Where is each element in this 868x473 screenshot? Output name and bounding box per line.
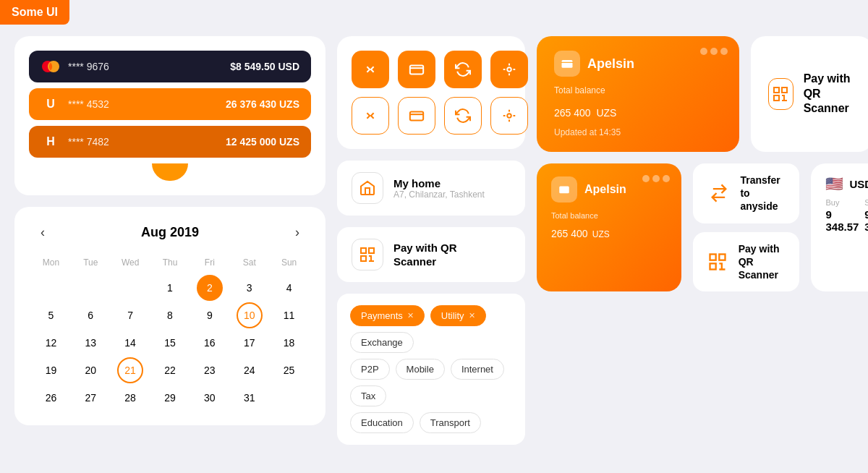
usd-sell-val: 9 348.57 (864, 208, 868, 233)
cal-day-29[interactable]: 29 (157, 385, 183, 411)
cal-day-6[interactable]: 6 (77, 302, 103, 328)
apelsin-card-bottom: Apelsin Total balance 265 400 UZS (537, 163, 681, 291)
svg-rect-15 (720, 254, 726, 260)
cal-day-23[interactable]: 23 (197, 357, 223, 383)
action-grid (352, 51, 511, 135)
cal-day-11[interactable]: 11 (276, 302, 302, 328)
qr-icon-mid (352, 239, 383, 270)
pay-qr-icon-right (768, 78, 793, 110)
cal-day-1[interactable]: 1 (157, 275, 183, 301)
refresh-btn-outline[interactable] (444, 97, 482, 135)
usd-flag-bottom: 🇺🇸 (825, 175, 843, 192)
cal-day-3[interactable]: 3 (237, 275, 263, 301)
cal-day-24[interactable]: 24 (237, 357, 263, 383)
cal-day-18[interactable]: 18 (276, 330, 302, 356)
cal-day-10[interactable]: 10 (237, 302, 263, 328)
balance-amount-bottom: 265 400 UZS (551, 223, 667, 242)
cal-day-14[interactable]: 14 (117, 330, 143, 356)
cal-day-15[interactable]: 15 (157, 330, 183, 356)
apelsin-icon-top (554, 51, 580, 77)
cal-day-12[interactable]: 12 (38, 330, 64, 356)
left-panel: **** 9676 $8 549.50 USD U **** 4532 26 3… (14, 36, 326, 445)
qr-pay-card-mid[interactable]: Pay with QRScanner (337, 227, 525, 282)
cal-day-5[interactable]: 5 (38, 302, 64, 328)
cal-day-8[interactable]: 8 (157, 302, 183, 328)
cal-day-16[interactable]: 16 (197, 330, 223, 356)
exchange-btn-filled[interactable] (490, 51, 528, 88)
tag-mobile-label: Mobile (407, 364, 434, 375)
calendar-next-button[interactable]: › (286, 221, 308, 243)
svg-rect-13 (559, 187, 569, 194)
balance-label-top: Total balance (554, 85, 722, 95)
qr-bottom-card[interactable]: Pay with QRScanner (693, 232, 799, 292)
usd-sell-item: Sell 9 348.57 (864, 198, 868, 233)
tag-utility-remove[interactable]: ✕ (469, 311, 475, 320)
svg-rect-12 (774, 95, 779, 101)
cal-day-30[interactable]: 30 (197, 385, 223, 411)
right-top-row: Apelsin Total balance 265 400 UZS Update… (537, 36, 868, 152)
svg-rect-9 (562, 60, 573, 68)
transfer-btn-filled[interactable] (352, 51, 389, 88)
tag-mobile[interactable]: Mobile (396, 359, 445, 380)
tag-p2p[interactable]: P2P (350, 359, 390, 380)
cal-day-21[interactable]: 21 (117, 357, 143, 383)
cal-header-thu: Thu (151, 255, 190, 273)
tag-exchange[interactable]: Exchange (350, 332, 414, 353)
middle-panel: My home A7, Chilanzar, Tashkent Pay with… (337, 36, 525, 445)
filter-tags-widget: Payments ✕ Utility ✕ Exchange P2P Mobile (337, 294, 525, 445)
transfer-btn-outline[interactable] (352, 97, 389, 135)
my-home-card[interactable]: My home A7, Chilanzar, Tashkent (337, 161, 525, 216)
home-icon (352, 172, 383, 204)
mastercard-logo (41, 59, 61, 74)
cal-day-9[interactable]: 9 (197, 302, 223, 328)
usd-buy-sell: Buy 9 348.57 Sell 9 348.57 (825, 198, 868, 233)
card-item-uzcard[interactable]: U **** 4532 26 376 430 UZS (29, 88, 311, 120)
tag-p2p-label: P2P (361, 364, 379, 375)
cal-day-13[interactable]: 13 (77, 330, 103, 356)
refresh-btn-filled[interactable] (444, 51, 482, 88)
cal-day-7[interactable]: 7 (117, 302, 143, 328)
humo-logo: H (41, 135, 61, 149)
qr-bottom-label: Pay with QRScanner (739, 242, 787, 282)
svg-rect-11 (782, 88, 787, 93)
cal-day-22[interactable]: 22 (157, 357, 183, 383)
cards-widget: **** 9676 $8 549.50 USD U **** 4532 26 3… (14, 36, 326, 195)
filter-row-2: P2P Mobile Internet Tax (350, 359, 512, 406)
cal-day-4[interactable]: 4 (276, 275, 302, 301)
updated-label-top: Updated at 14:35 (554, 127, 722, 137)
exchange-btn-outline[interactable] (490, 97, 528, 135)
tag-transport[interactable]: Transport (420, 412, 481, 433)
svg-rect-10 (774, 88, 779, 93)
cal-day-31[interactable]: 31 (237, 385, 263, 411)
tag-tax[interactable]: Tax (350, 385, 386, 406)
home-title: My home (393, 177, 485, 189)
cal-day-25[interactable]: 25 (276, 357, 302, 383)
pay-qr-right[interactable]: Pay with QRScanner (751, 36, 868, 152)
rates-cols: 🇺🇸 USD Buy 9 348.57 Sell 9 348.57 (825, 175, 868, 233)
cal-day-20[interactable]: 20 (77, 357, 103, 383)
cal-day-26[interactable]: 26 (38, 385, 64, 411)
tag-utility-label: Utility (441, 310, 464, 321)
card-item-humo[interactable]: H **** 7482 12 425 000 UZS (29, 126, 311, 158)
tag-payments-remove[interactable]: ✕ (407, 311, 414, 320)
card-balance-9676: $8 549.50 USD (230, 61, 299, 72)
wallet-btn-outline[interactable] (398, 97, 435, 135)
cal-day-2[interactable]: 2 (197, 275, 223, 301)
svg-rect-14 (710, 254, 716, 260)
cal-day-17[interactable]: 17 (237, 330, 263, 356)
wallet-btn-filled[interactable] (398, 51, 435, 88)
transfer-card[interactable]: Transfer toanyside (693, 163, 799, 223)
cal-day-19[interactable]: 19 (38, 357, 64, 383)
tag-utility[interactable]: Utility ✕ (430, 305, 486, 326)
card-number-9676: **** 9676 (68, 61, 109, 72)
card-item-mastercard[interactable]: **** 9676 $8 549.50 USD (29, 51, 311, 82)
calendar-prev-button[interactable]: ‹ (32, 221, 54, 243)
balance-amount-top: 265 400 UZS (554, 98, 722, 122)
tag-education[interactable]: Education (350, 412, 414, 433)
usd-rate-col: 🇺🇸 USD Buy 9 348.57 Sell 9 348.57 (825, 175, 868, 233)
tag-internet[interactable]: Internet (451, 359, 504, 380)
svg-point-5 (507, 114, 511, 118)
cal-day-27[interactable]: 27 (77, 385, 103, 411)
tag-payments[interactable]: Payments ✕ (350, 305, 425, 326)
cal-day-28[interactable]: 28 (117, 385, 143, 411)
